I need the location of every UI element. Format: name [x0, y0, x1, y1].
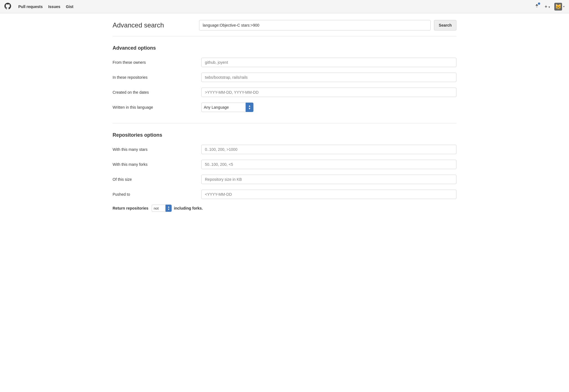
- main-search-input[interactable]: [199, 20, 431, 30]
- search-bar-row: Advanced search Search: [113, 20, 456, 36]
- forks-select-arrows[interactable]: ▲ ▼: [166, 205, 172, 212]
- from-owners-row: From these owners: [113, 58, 456, 67]
- pushed-row: Pushed to: [113, 190, 456, 199]
- nav-issues[interactable]: Issues: [45, 1, 63, 13]
- repositories-options-section: Repositories options With this many star…: [113, 132, 456, 212]
- github-logo-icon[interactable]: [4, 3, 11, 11]
- chevron-down-icon: ▾: [563, 5, 565, 8]
- forks-include-select[interactable]: not only: [152, 205, 166, 212]
- size-row: Of this size: [113, 175, 456, 184]
- repositories-options-title: Repositories options: [113, 132, 456, 138]
- forks-row: With this many forks: [113, 160, 456, 169]
- language-select[interactable]: Any Language Objective-C Swift JavaScrip…: [201, 103, 246, 112]
- nav-pull-requests[interactable]: Pull requests: [16, 1, 45, 13]
- forks-input[interactable]: [201, 160, 456, 169]
- created-dates-input[interactable]: [201, 88, 456, 97]
- create-new-button[interactable]: + ▾: [543, 3, 551, 10]
- return-repos-label-before: Return repositories: [113, 206, 148, 210]
- nav-gist[interactable]: Gist: [63, 1, 76, 13]
- return-repos-label-after: including forks.: [174, 206, 203, 210]
- page-container: Advanced search Search Advanced options …: [107, 13, 462, 230]
- language-select-wrapper: Any Language Objective-C Swift JavaScrip…: [201, 103, 253, 112]
- language-label: Written in this language: [113, 105, 196, 110]
- avatar: 😸: [554, 3, 562, 11]
- pushed-input[interactable]: [201, 190, 456, 199]
- from-owners-label: From these owners: [113, 60, 196, 65]
- from-owners-input[interactable]: [201, 58, 456, 67]
- created-dates-row: Created on the dates: [113, 88, 456, 97]
- pushed-label: Pushed to: [113, 192, 196, 197]
- created-dates-label: Created on the dates: [113, 90, 196, 95]
- advanced-options-section: Advanced options From these owners In th…: [113, 45, 456, 112]
- size-label: Of this size: [113, 177, 196, 182]
- search-button[interactable]: Search: [434, 20, 456, 30]
- stars-label: With this many stars: [113, 147, 196, 152]
- forks-select-wrapper: not only ▲ ▼: [152, 205, 172, 212]
- section-divider: [113, 123, 456, 123]
- navbar-right: + ▾ 😸 ▾: [534, 2, 565, 11]
- page-title: Advanced search: [113, 21, 196, 29]
- language-row: Written in this language Any Language Ob…: [113, 103, 456, 112]
- advanced-options-title: Advanced options: [113, 45, 456, 51]
- navbar: Pull requests Issues Gist + ▾ 😸 ▾: [0, 0, 569, 13]
- nav-links: Pull requests Issues Gist: [16, 1, 76, 13]
- stars-input[interactable]: [201, 145, 456, 154]
- language-select-arrows[interactable]: ▲ ▼: [246, 103, 253, 112]
- size-input[interactable]: [201, 175, 456, 184]
- return-repositories-row: Return repositories not only ▲ ▼ includi…: [113, 205, 456, 212]
- stars-row: With this many stars: [113, 145, 456, 154]
- user-menu-button[interactable]: 😸 ▾: [554, 3, 565, 11]
- notification-badge: [538, 2, 540, 5]
- forks-label: With this many forks: [113, 162, 196, 167]
- in-repositories-input[interactable]: [201, 73, 456, 82]
- in-repositories-label: In these repositories: [113, 75, 196, 80]
- in-repositories-row: In these repositories: [113, 73, 456, 82]
- notifications-button[interactable]: [534, 2, 540, 11]
